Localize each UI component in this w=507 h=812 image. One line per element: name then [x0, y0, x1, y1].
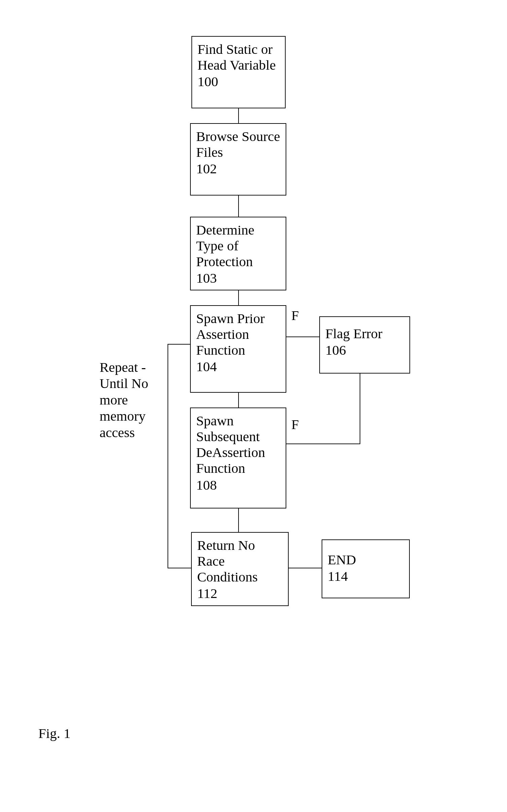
connector-100-102: [238, 108, 239, 123]
node-100-find-static: Find Static or Head Variable 100: [191, 36, 286, 108]
connector-108-right: [286, 444, 360, 444]
connector-108-112: [238, 508, 239, 532]
node-number: 108: [196, 477, 280, 493]
node-number: 102: [196, 161, 280, 177]
node-number: 114: [328, 568, 404, 584]
node-label: Return No Race Conditions: [197, 537, 283, 585]
node-102-browse-source: Browse Source Files 102: [190, 123, 286, 196]
node-number: 112: [197, 586, 283, 601]
flowchart-page: Find Static or Head Variable 100 Browse …: [0, 0, 507, 812]
node-number: 100: [197, 74, 280, 90]
node-label: Spawn Prior Assertion Function: [196, 311, 280, 358]
node-114-end: END 114: [322, 539, 410, 598]
edge-label-104-f: F: [291, 309, 299, 322]
connector-102-103: [238, 196, 239, 217]
connector-112-114: [289, 568, 322, 568]
node-number: 104: [196, 359, 280, 375]
node-label: Flag Error: [325, 326, 404, 342]
loop-top-h: [168, 344, 190, 345]
node-104-spawn-prior-assertion: Spawn Prior Assertion Function 104: [190, 305, 286, 393]
node-103-determine-protection: Determine Type of Protection 103: [190, 217, 286, 290]
node-label: Browse Source Files: [196, 129, 280, 160]
node-number: 103: [196, 270, 280, 286]
loop-text: Repeat - Until No more memory access: [100, 359, 160, 440]
node-108-spawn-deassertion: Spawn Subsequent DeAssertion Function 10…: [190, 408, 286, 508]
connector-104-106: [286, 337, 319, 337]
node-112-return-no-race: Return No Race Conditions 112: [191, 532, 289, 606]
node-label: END: [328, 552, 404, 568]
node-label: Determine Type of Protection: [196, 222, 280, 270]
node-label: Spawn Subsequent DeAssertion Function: [196, 413, 280, 476]
node-number: 106: [325, 342, 404, 358]
connector-108-up: [360, 374, 360, 444]
connector-103-104: [238, 290, 239, 305]
loop-bottom-h: [168, 568, 191, 568]
node-label: Find Static or Head Variable: [197, 41, 280, 73]
figure-label: Fig. 1: [38, 725, 71, 741]
loop-vertical: [168, 344, 168, 568]
node-106-flag-error: Flag Error 106: [319, 316, 410, 374]
connector-104-108: [238, 393, 239, 408]
edge-label-108-f: F: [291, 418, 299, 431]
